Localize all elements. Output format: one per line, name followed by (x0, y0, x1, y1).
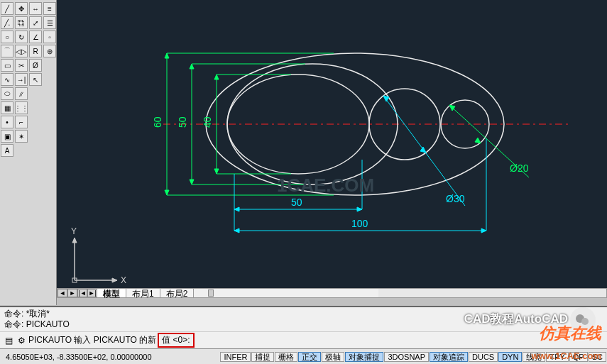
tool-explode[interactable]: ✶ (15, 130, 28, 143)
tool-polyline[interactable]: ╱. (1, 16, 13, 29)
cmd-hist-prefix: 命令: (4, 319, 23, 329)
drawing-svg: 60 50 40 50 (57, 0, 607, 289)
svg-text:60: 60 (152, 116, 163, 128)
tool-leader[interactable]: ↖ (29, 73, 42, 86)
cmd-hist-prefix: 命令: (4, 309, 23, 319)
svg-marker-3 (165, 53, 169, 58)
tool-dim-angular[interactable]: ∠ (29, 31, 42, 43)
toggle-对象追踪[interactable]: 对象追踪 (430, 352, 468, 362)
tab-layout1[interactable]: 布局1 (126, 288, 160, 298)
svg-marker-9 (190, 64, 194, 69)
svg-marker-28 (481, 228, 486, 233)
tool-point[interactable]: • (1, 116, 13, 128)
command-history: 命令: *取消* 命令: PICKAUTO (0, 307, 607, 331)
tool-offset[interactable]: ⫽ (15, 87, 28, 100)
toggle-极轴[interactable]: 极轴 (322, 352, 344, 362)
toggle-infer[interactable]: INFER (220, 352, 251, 362)
command-gear-icon[interactable]: ⚙ (16, 335, 27, 346)
tool-move[interactable]: ✥ (15, 2, 28, 15)
dim-d30: Ø30 (383, 96, 465, 206)
command-window: 命令: *取消* 命令: PICKAUTO ▤ ⚙ PICKAUTO 输入 PI… (0, 306, 607, 348)
tool-trim[interactable]: ✂ (15, 59, 28, 72)
toggle-qp[interactable]: QP (569, 352, 588, 362)
toggle-tpy[interactable]: TPY (546, 352, 568, 362)
toggle-对象捕捉[interactable]: 对象捕捉 (345, 352, 383, 362)
svg-marker-22 (357, 207, 362, 211)
coord-readout: 4.65050E+03, -8.33500E+02, 0.00000000 (0, 353, 158, 361)
toggle-3dosnap[interactable]: 3DOSNAP (384, 352, 429, 362)
svg-text:Ø20: Ø20 (510, 162, 529, 174)
tool-dim-diameter[interactable]: Ø (29, 59, 42, 72)
tab-last-button[interactable]: ►| (87, 289, 97, 297)
command-grip-icon: ▤ (3, 335, 14, 346)
tool-spline[interactable]: ∿ (1, 73, 13, 86)
tool-rect[interactable]: ▭ (1, 59, 13, 72)
tool-region[interactable]: ▣ (1, 130, 13, 143)
tab-layout2[interactable]: 布局2 (160, 288, 195, 298)
tool-dim-radius[interactable]: R (29, 45, 42, 57)
tool-layer[interactable]: ≡ (43, 2, 56, 15)
canvas-watermark: 1CAE.COM (277, 175, 374, 196)
tool-block[interactable]: ▫ (43, 31, 56, 43)
hscroll-thumb[interactable] (208, 289, 214, 297)
svg-text:Y: Y (71, 226, 77, 236)
drawing-canvas[interactable]: 60 50 40 50 (57, 0, 607, 289)
tool-array[interactable]: ⋮⋮ (15, 101, 28, 114)
toggle-sc[interactable]: SC (589, 352, 606, 362)
command-input-line[interactable]: ▤ ⚙ PICKAUTO 输入 PICKAUTO 的新 值 <0>: (0, 331, 607, 348)
svg-text:X: X (121, 275, 126, 285)
tool-dim-aligned[interactable]: ⤢ (29, 16, 42, 29)
svg-text:100: 100 (351, 218, 368, 229)
left-toolbox: ╱ ╱. ○ ⌒ ▭ ∿ ⬭ ▦ • ▣ A ✥ ⿻ ↻ ◁▷ ✂ →| ⫽ ⋮… (0, 0, 57, 305)
scroll-right-button[interactable]: ► (67, 289, 77, 297)
svg-marker-10 (190, 180, 194, 184)
svg-marker-40 (112, 278, 117, 282)
tab-model[interactable]: 模型 (97, 288, 126, 298)
cmd-hist-text: PICKAUTO (23, 319, 69, 329)
scroll-left-button[interactable]: ◄ (58, 289, 67, 297)
svg-marker-31 (383, 96, 389, 101)
tool-text[interactable]: A (1, 144, 13, 157)
svg-marker-21 (234, 207, 239, 211)
tool-extend[interactable]: →| (15, 73, 28, 86)
svg-marker-32 (420, 147, 426, 153)
tool-ellipse[interactable]: ⬭ (1, 87, 13, 100)
command-prompt-prefix: PICKAUTO 输入 PICKAUTO 的新 (28, 334, 156, 346)
ucs-icon: X Y (71, 226, 126, 285)
tool-props[interactable]: ☰ (43, 16, 56, 29)
svg-marker-4 (165, 190, 169, 195)
tool-fillet[interactable]: ⌐ (15, 116, 28, 128)
tool-copy[interactable]: ⿻ (15, 16, 28, 29)
circle-20 (441, 100, 489, 148)
svg-text:50: 50 (291, 197, 302, 208)
svg-text:50: 50 (177, 116, 188, 128)
toggle-捕捉[interactable]: 捕捉 (251, 352, 274, 362)
status-bar: 4.65050E+03, -8.33500E+02, 0.00000000 IN… (0, 348, 607, 364)
tool-line[interactable]: ╱ (1, 2, 13, 15)
tool-insert[interactable]: ⊕ (43, 45, 56, 57)
status-toggles: INFER捕捉栅格正交极轴对象捕捉3DOSNAP对象追踪DUCSDYN线宽TPY… (220, 351, 607, 363)
toggle-正交[interactable]: 正交 (298, 352, 321, 362)
tool-dim-linear[interactable]: ↔ (29, 2, 42, 15)
tool-rotate[interactable]: ↻ (15, 31, 28, 43)
dim-d20: Ø20 (449, 105, 529, 177)
svg-text:40: 40 (202, 116, 213, 128)
toggle-ducs[interactable]: DUCS (469, 352, 498, 362)
cmd-hist-text: *取消* (23, 309, 50, 319)
svg-marker-15 (214, 75, 219, 79)
command-prompt-highlight: 值 <0>: (158, 333, 194, 348)
tool-arc[interactable]: ⌒ (1, 45, 13, 57)
tool-hatch[interactable]: ▦ (1, 101, 13, 114)
svg-text:Ø30: Ø30 (446, 193, 465, 204)
hscroll-track[interactable] (194, 289, 378, 297)
tab-first-button[interactable]: |◄ (77, 289, 87, 297)
svg-marker-41 (72, 238, 77, 243)
toggle-线宽[interactable]: 线宽 (523, 352, 545, 362)
tool-circle[interactable]: ○ (1, 31, 13, 43)
toggle-栅格[interactable]: 栅格 (275, 352, 297, 362)
model-tab-bar: ◄ ► |◄ ►| 模型 布局1 布局2 (57, 288, 607, 298)
toggle-dyn[interactable]: DYN (498, 352, 522, 362)
svg-marker-36 (475, 138, 481, 143)
svg-marker-27 (234, 228, 239, 233)
tool-mirror[interactable]: ◁▷ (15, 45, 28, 57)
